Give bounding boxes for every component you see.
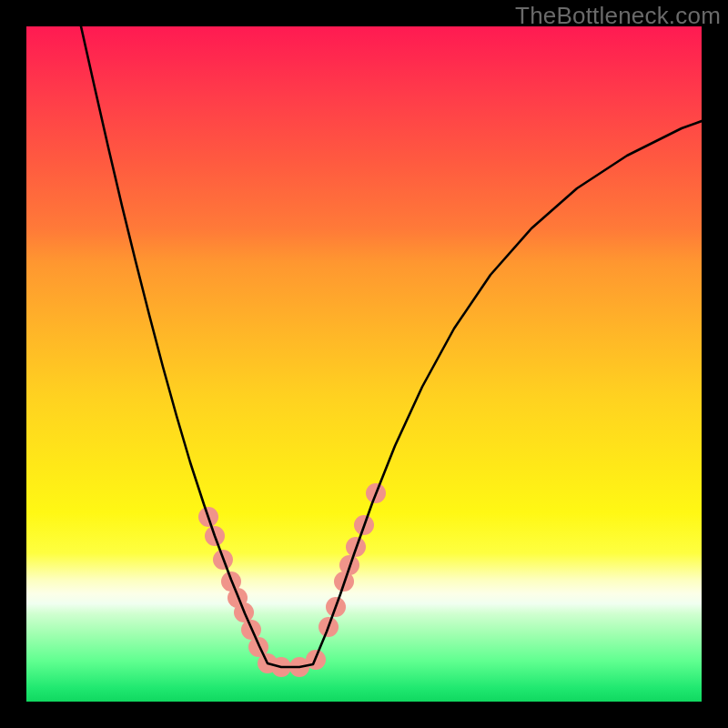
gradient-plot-area	[26, 26, 702, 702]
watermark-text: TheBottleneck.com	[515, 2, 721, 30]
curve-overlay	[26, 26, 702, 702]
bottleneck-curve	[81, 26, 702, 667]
data-markers	[198, 483, 386, 677]
